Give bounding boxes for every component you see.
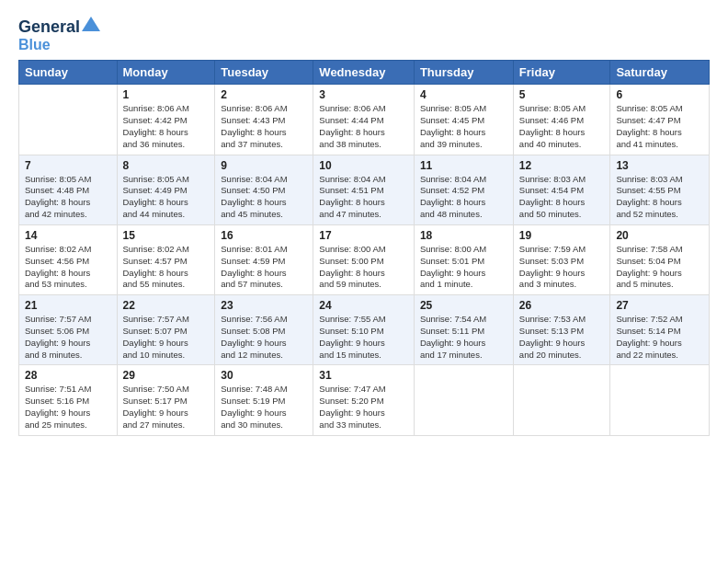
day-info: Sunrise: 8:05 AM Sunset: 4:49 PM Dayligh… bbox=[123, 174, 210, 221]
calendar-week-4: 28Sunrise: 7:51 AM Sunset: 5:16 PM Dayli… bbox=[19, 365, 710, 435]
svg-marker-0 bbox=[82, 17, 100, 31]
day-number: 18 bbox=[420, 229, 507, 242]
calendar-cell: 14Sunrise: 8:02 AM Sunset: 4:56 PM Dayli… bbox=[19, 224, 118, 294]
calendar-week-1: 7Sunrise: 8:05 AM Sunset: 4:48 PM Daylig… bbox=[19, 155, 710, 224]
day-info: Sunrise: 8:05 AM Sunset: 4:46 PM Dayligh… bbox=[519, 103, 605, 150]
day-number: 15 bbox=[123, 229, 210, 242]
day-info: Sunrise: 8:05 AM Sunset: 4:47 PM Dayligh… bbox=[616, 103, 703, 150]
calendar-header-friday: Friday bbox=[513, 61, 610, 85]
day-info: Sunrise: 8:03 AM Sunset: 4:55 PM Dayligh… bbox=[616, 174, 703, 221]
day-number: 29 bbox=[123, 369, 210, 382]
calendar-cell: 6Sunrise: 8:05 AM Sunset: 4:47 PM Daylig… bbox=[610, 85, 710, 155]
day-info: Sunrise: 7:59 AM Sunset: 5:03 PM Dayligh… bbox=[519, 244, 605, 291]
day-info: Sunrise: 8:06 AM Sunset: 4:43 PM Dayligh… bbox=[221, 103, 307, 150]
calendar-header-thursday: Thursday bbox=[414, 61, 513, 85]
day-info: Sunrise: 8:05 AM Sunset: 4:45 PM Dayligh… bbox=[420, 103, 507, 150]
calendar-cell: 15Sunrise: 8:02 AM Sunset: 4:57 PM Dayli… bbox=[117, 224, 215, 294]
calendar-cell: 9Sunrise: 8:04 AM Sunset: 4:50 PM Daylig… bbox=[215, 155, 313, 224]
day-info: Sunrise: 7:57 AM Sunset: 5:07 PM Dayligh… bbox=[123, 314, 210, 361]
day-info: Sunrise: 8:04 AM Sunset: 4:51 PM Dayligh… bbox=[319, 174, 408, 221]
calendar-cell: 22Sunrise: 7:57 AM Sunset: 5:07 PM Dayli… bbox=[117, 295, 215, 365]
day-number: 27 bbox=[616, 299, 703, 312]
calendar-cell: 1Sunrise: 8:06 AM Sunset: 4:42 PM Daylig… bbox=[117, 85, 215, 155]
day-number: 12 bbox=[519, 159, 605, 172]
day-number: 5 bbox=[519, 88, 605, 101]
calendar-cell: 31Sunrise: 7:47 AM Sunset: 5:20 PM Dayli… bbox=[313, 365, 415, 435]
day-number: 26 bbox=[519, 299, 605, 312]
calendar-cell: 7Sunrise: 8:05 AM Sunset: 4:48 PM Daylig… bbox=[19, 155, 118, 224]
calendar-cell: 4Sunrise: 8:05 AM Sunset: 4:45 PM Daylig… bbox=[414, 85, 513, 155]
day-number: 28 bbox=[25, 369, 111, 382]
calendar-cell: 29Sunrise: 7:50 AM Sunset: 5:17 PM Dayli… bbox=[117, 365, 215, 435]
day-info: Sunrise: 7:52 AM Sunset: 5:14 PM Dayligh… bbox=[616, 314, 703, 361]
calendar-cell: 27Sunrise: 7:52 AM Sunset: 5:14 PM Dayli… bbox=[610, 295, 710, 365]
day-number: 17 bbox=[319, 229, 408, 242]
day-info: Sunrise: 7:57 AM Sunset: 5:06 PM Dayligh… bbox=[25, 314, 111, 361]
calendar-cell: 13Sunrise: 8:03 AM Sunset: 4:55 PM Dayli… bbox=[610, 155, 710, 224]
day-info: Sunrise: 8:04 AM Sunset: 4:52 PM Dayligh… bbox=[420, 174, 507, 221]
calendar-header-tuesday: Tuesday bbox=[215, 61, 313, 85]
day-number: 1 bbox=[123, 88, 210, 101]
day-number: 30 bbox=[221, 369, 307, 382]
calendar-cell: 5Sunrise: 8:05 AM Sunset: 4:46 PM Daylig… bbox=[513, 85, 610, 155]
day-info: Sunrise: 8:02 AM Sunset: 4:57 PM Dayligh… bbox=[123, 244, 210, 291]
day-info: Sunrise: 7:53 AM Sunset: 5:13 PM Dayligh… bbox=[519, 314, 605, 361]
calendar-cell: 26Sunrise: 7:53 AM Sunset: 5:13 PM Dayli… bbox=[513, 295, 610, 365]
day-number: 21 bbox=[25, 299, 111, 312]
day-info: Sunrise: 7:51 AM Sunset: 5:16 PM Dayligh… bbox=[25, 384, 111, 431]
calendar-cell: 19Sunrise: 7:59 AM Sunset: 5:03 PM Dayli… bbox=[513, 224, 610, 294]
calendar-week-2: 14Sunrise: 8:02 AM Sunset: 4:56 PM Dayli… bbox=[19, 224, 710, 294]
day-info: Sunrise: 8:06 AM Sunset: 4:44 PM Dayligh… bbox=[319, 103, 408, 150]
calendar-cell: 10Sunrise: 8:04 AM Sunset: 4:51 PM Dayli… bbox=[313, 155, 415, 224]
calendar-cell bbox=[513, 365, 610, 435]
day-info: Sunrise: 7:47 AM Sunset: 5:20 PM Dayligh… bbox=[319, 384, 408, 431]
calendar-cell: 30Sunrise: 7:48 AM Sunset: 5:19 PM Dayli… bbox=[215, 365, 313, 435]
day-number: 4 bbox=[420, 88, 507, 101]
logo: General Blue bbox=[18, 18, 100, 52]
day-number: 22 bbox=[123, 299, 210, 312]
day-info: Sunrise: 8:05 AM Sunset: 4:48 PM Dayligh… bbox=[25, 174, 111, 221]
day-info: Sunrise: 8:00 AM Sunset: 5:01 PM Dayligh… bbox=[420, 244, 507, 291]
calendar-cell: 17Sunrise: 8:00 AM Sunset: 5:00 PM Dayli… bbox=[313, 224, 415, 294]
logo-text-general: General bbox=[18, 18, 80, 37]
calendar-cell: 18Sunrise: 8:00 AM Sunset: 5:01 PM Dayli… bbox=[414, 224, 513, 294]
day-number: 13 bbox=[616, 159, 703, 172]
calendar-cell bbox=[414, 365, 513, 435]
calendar-cell: 12Sunrise: 8:03 AM Sunset: 4:54 PM Dayli… bbox=[513, 155, 610, 224]
logo-icon bbox=[82, 15, 100, 33]
calendar-header-row: SundayMondayTuesdayWednesdayThursdayFrid… bbox=[19, 61, 710, 85]
day-info: Sunrise: 7:56 AM Sunset: 5:08 PM Dayligh… bbox=[221, 314, 307, 361]
day-number: 23 bbox=[221, 299, 307, 312]
calendar-week-0: 1Sunrise: 8:06 AM Sunset: 4:42 PM Daylig… bbox=[19, 85, 710, 155]
day-info: Sunrise: 8:00 AM Sunset: 5:00 PM Dayligh… bbox=[319, 244, 408, 291]
day-info: Sunrise: 8:01 AM Sunset: 4:59 PM Dayligh… bbox=[221, 244, 307, 291]
calendar-cell bbox=[19, 85, 118, 155]
day-info: Sunrise: 7:58 AM Sunset: 5:04 PM Dayligh… bbox=[616, 244, 703, 291]
calendar-week-3: 21Sunrise: 7:57 AM Sunset: 5:06 PM Dayli… bbox=[19, 295, 710, 365]
calendar-cell: 16Sunrise: 8:01 AM Sunset: 4:59 PM Dayli… bbox=[215, 224, 313, 294]
calendar-header-saturday: Saturday bbox=[610, 61, 710, 85]
day-info: Sunrise: 8:04 AM Sunset: 4:50 PM Dayligh… bbox=[221, 174, 307, 221]
day-info: Sunrise: 7:48 AM Sunset: 5:19 PM Dayligh… bbox=[221, 384, 307, 431]
calendar-cell: 28Sunrise: 7:51 AM Sunset: 5:16 PM Dayli… bbox=[19, 365, 118, 435]
calendar-cell: 2Sunrise: 8:06 AM Sunset: 4:43 PM Daylig… bbox=[215, 85, 313, 155]
calendar-cell bbox=[610, 365, 710, 435]
calendar-cell: 23Sunrise: 7:56 AM Sunset: 5:08 PM Dayli… bbox=[215, 295, 313, 365]
calendar-cell: 3Sunrise: 8:06 AM Sunset: 4:44 PM Daylig… bbox=[313, 85, 415, 155]
day-info: Sunrise: 7:54 AM Sunset: 5:11 PM Dayligh… bbox=[420, 314, 507, 361]
day-number: 2 bbox=[221, 88, 307, 101]
calendar-header-sunday: Sunday bbox=[19, 61, 118, 85]
day-number: 24 bbox=[319, 299, 408, 312]
day-info: Sunrise: 7:50 AM Sunset: 5:17 PM Dayligh… bbox=[123, 384, 210, 431]
day-number: 10 bbox=[319, 159, 408, 172]
day-number: 19 bbox=[519, 229, 605, 242]
day-info: Sunrise: 8:02 AM Sunset: 4:56 PM Dayligh… bbox=[25, 244, 111, 291]
header: General Blue bbox=[18, 15, 710, 52]
day-info: Sunrise: 8:06 AM Sunset: 4:42 PM Dayligh… bbox=[123, 103, 210, 150]
logo-text-blue: Blue bbox=[18, 37, 100, 53]
day-number: 14 bbox=[25, 229, 111, 242]
day-number: 20 bbox=[616, 229, 703, 242]
day-info: Sunrise: 8:03 AM Sunset: 4:54 PM Dayligh… bbox=[519, 174, 605, 221]
page: General Blue SundayMondayTuesdayWednesda… bbox=[0, 0, 728, 563]
calendar-cell: 20Sunrise: 7:58 AM Sunset: 5:04 PM Dayli… bbox=[610, 224, 710, 294]
